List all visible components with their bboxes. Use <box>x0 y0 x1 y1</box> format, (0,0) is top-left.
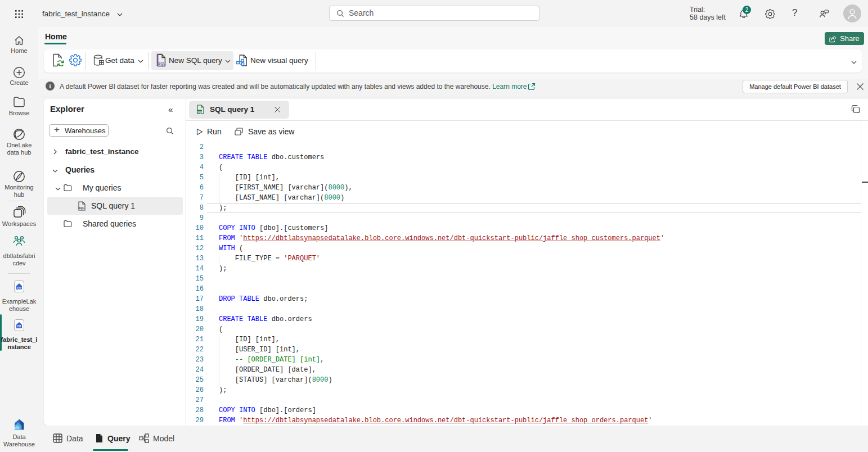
svg-text:SQL: SQL <box>158 61 166 66</box>
svg-text:SQL: SQL <box>197 111 203 114</box>
svg-text:SQL: SQL <box>79 207 85 210</box>
